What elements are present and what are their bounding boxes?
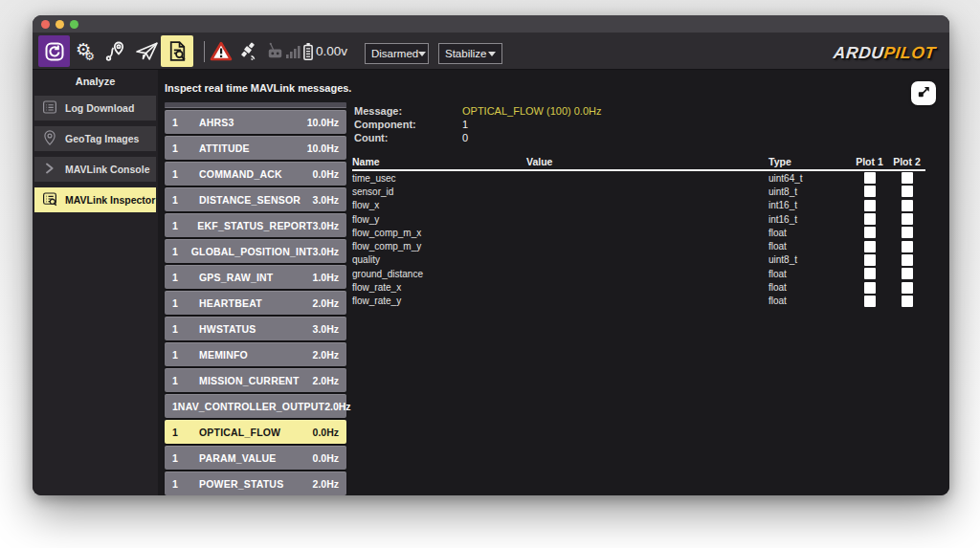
config-button[interactable]: ⚙⚙ xyxy=(71,35,100,67)
plot2-checkbox[interactable] xyxy=(902,296,913,307)
table-row: flow_comp_m_y float xyxy=(352,239,925,252)
message-name: DISTANCE_SENSOR xyxy=(199,194,313,206)
plot2-checkbox[interactable] xyxy=(902,241,913,252)
message-rate: 2.0Hz xyxy=(324,401,350,412)
fields-table-header: Name Value Type Plot 1 Plot 2 xyxy=(352,156,925,171)
message-list-partial-item-top[interactable] xyxy=(165,102,346,108)
message-list-item[interactable]: 1 ATTITUDE 10.0Hz xyxy=(165,136,346,160)
sidebar-item-log-download[interactable]: Log Download xyxy=(34,96,156,121)
plan-button[interactable] xyxy=(101,35,130,67)
message-rate: 3.0Hz xyxy=(313,220,339,231)
plot1-checkbox[interactable] xyxy=(864,172,876,184)
table-row: ground_distance float xyxy=(352,267,925,280)
satellite-icon xyxy=(236,40,259,63)
field-type: int16_t xyxy=(768,214,851,225)
message-list-item[interactable]: 1 POWER_STATUS 2.0Hz xyxy=(165,471,346,495)
field-name: flow_comp_m_y xyxy=(352,241,526,252)
message-list-item[interactable]: 1 HWSTATUS 3.0Hz xyxy=(165,317,346,340)
popout-button[interactable] xyxy=(911,81,936,105)
message-rate: 2.0Hz xyxy=(313,375,339,386)
plot1-checkbox[interactable] xyxy=(864,296,876,307)
message-list-item[interactable]: 1 HEARTBEAT 2.0Hz xyxy=(165,291,346,315)
message-list-item[interactable]: 1 PARAM_VALUE 0.0Hz xyxy=(165,446,346,470)
table-row: quality uint8_t xyxy=(352,253,925,267)
plot1-checkbox[interactable] xyxy=(864,254,876,266)
message-count: 1 xyxy=(172,323,199,335)
plot1-checkbox[interactable] xyxy=(864,186,876,197)
message-list-item[interactable]: 1 MEMINFO 2.0Hz xyxy=(165,342,346,366)
field-name: sensor_id xyxy=(352,186,526,197)
message-rate: 0.0Hz xyxy=(313,427,339,438)
message-list-item[interactable]: 1 AHRS3 10.0Hz xyxy=(165,110,346,134)
zoom-window-button[interactable] xyxy=(70,20,78,29)
plot1-checkbox[interactable] xyxy=(864,200,876,211)
message-list-item[interactable]: 1 NAV_CONTROLLER_OUTPUT 2.0Hz xyxy=(165,394,346,418)
message-name: GLOBAL_POSITION_INT xyxy=(191,246,313,257)
flight-mode-dropdown[interactable]: Stabilize xyxy=(438,43,502,64)
message-list-item[interactable]: 1 EKF_STATUS_REPORT 3.0Hz xyxy=(165,213,346,237)
inspector-list-search-icon xyxy=(41,190,58,209)
gps-status-indicator[interactable] xyxy=(235,35,260,67)
message-count: 1 xyxy=(172,220,197,231)
close-window-button[interactable] xyxy=(41,20,50,29)
minimize-window-button[interactable] xyxy=(56,20,64,29)
plot1-checkbox[interactable] xyxy=(864,241,876,252)
plot2-checkbox[interactable] xyxy=(902,172,913,184)
plot2-checkbox[interactable] xyxy=(902,213,913,225)
sidebar-section-title: Analyze xyxy=(33,76,158,87)
analyze-button-active[interactable] xyxy=(161,35,193,67)
toolbar: ⚙⚙ xyxy=(33,33,949,70)
message-rate: 3.0Hz xyxy=(313,323,339,335)
sidebar-item-mavlink-inspector[interactable]: MAVLink Inspector xyxy=(34,187,156,212)
table-row: flow_y int16_t xyxy=(352,212,925,226)
plot1-checkbox[interactable] xyxy=(864,268,876,279)
count-field-value: 0 xyxy=(462,132,468,145)
data-view-button[interactable] xyxy=(38,35,70,67)
sidebar-item-geotag-images[interactable]: GeoTag Images xyxy=(34,126,156,151)
component-field-label: Component: xyxy=(354,119,462,132)
plot2-checkbox[interactable] xyxy=(902,227,913,238)
message-list-item[interactable]: 1 MISSION_CURRENT 2.0Hz xyxy=(165,368,346,392)
message-count: 1 xyxy=(172,452,199,464)
field-type: uint64_t xyxy=(768,173,851,184)
simulation-button[interactable] xyxy=(132,35,161,67)
message-list-item-selected[interactable]: 1 OPTICAL_FLOW 0.0Hz xyxy=(165,420,346,444)
gears-icon: ⚙⚙ xyxy=(76,41,95,62)
sidebar-item-mavlink-console[interactable]: MAVLink Console xyxy=(34,157,156,182)
plot2-checkbox[interactable] xyxy=(902,282,913,294)
waypoint-route-icon xyxy=(104,40,127,63)
message-list-item[interactable]: 1 DISTANCE_SENSOR 3.0Hz xyxy=(165,187,346,211)
plot1-checkbox[interactable] xyxy=(864,282,876,294)
message-name: EKF_STATUS_REPORT xyxy=(197,220,312,231)
arm-state-dropdown[interactable]: Disarmed xyxy=(365,43,429,64)
warning-indicator[interactable] xyxy=(209,35,234,67)
message-list-item[interactable]: 1 GPS_RAW_INT 1.0Hz xyxy=(165,265,346,289)
message-list-item[interactable]: 1 COMMAND_ACK 0.0Hz xyxy=(165,162,346,186)
field-type: uint8_t xyxy=(768,254,851,265)
count-field-label: Count: xyxy=(354,132,462,145)
field-name: flow_x xyxy=(352,200,526,210)
field-name: flow_y xyxy=(352,214,526,225)
toolbar-separator xyxy=(204,41,205,62)
message-count: 1 xyxy=(172,246,191,257)
plot1-checkbox[interactable] xyxy=(864,227,876,238)
ardupilot-logo: ARDUPILOT xyxy=(833,41,937,64)
table-row: flow_rate_y float xyxy=(352,295,925,308)
logo-text-pilot: PILOT xyxy=(883,43,937,63)
console-chevron-icon xyxy=(41,160,58,179)
field-type: int16_t xyxy=(768,200,851,210)
message-name: NAV_CONTROLLER_OUTPUT xyxy=(178,401,324,412)
sidebar-item-label: Log Download xyxy=(65,102,134,114)
message-name: AHRS3 xyxy=(199,117,307,128)
message-name: PARAM_VALUE xyxy=(199,452,313,464)
plot2-checkbox[interactable] xyxy=(902,186,913,197)
plot2-checkbox[interactable] xyxy=(902,200,913,211)
battery-indicator xyxy=(301,35,315,67)
plot2-checkbox[interactable] xyxy=(902,268,913,279)
plot1-checkbox[interactable] xyxy=(864,213,876,225)
field-type: uint8_t xyxy=(768,186,851,197)
plot2-checkbox[interactable] xyxy=(902,254,913,266)
data-refresh-icon xyxy=(43,40,66,63)
message-list-item[interactable]: 1 GLOBAL_POSITION_INT 3.0Hz xyxy=(165,239,346,263)
message-name: OPTICAL_FLOW xyxy=(199,427,313,438)
